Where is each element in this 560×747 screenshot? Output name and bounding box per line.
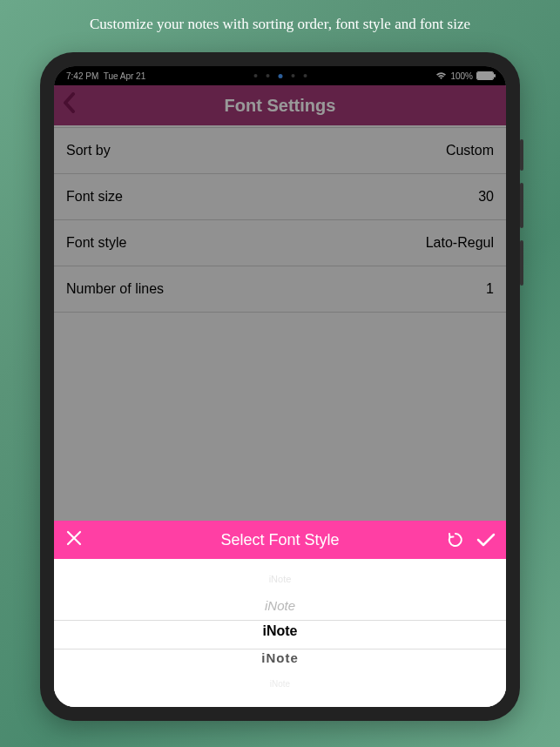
check-icon: [476, 532, 496, 548]
confirm-button[interactable]: [476, 532, 496, 548]
device-frame: 7:42 PM Tue Apr 21 100% Font Settings So…: [40, 52, 520, 721]
status-time-date: 7:42 PM Tue Apr 21: [66, 71, 145, 81]
battery-icon: [476, 71, 494, 80]
setting-row-sort-by[interactable]: Sort by Custom: [54, 127, 506, 174]
setting-value: 1: [486, 281, 494, 297]
reset-button[interactable]: [447, 531, 464, 548]
app-header: Font Settings: [54, 85, 506, 125]
picker-option[interactable]: iNote: [54, 592, 506, 618]
picker-option[interactable]: iNote: [54, 566, 506, 592]
reset-icon: [447, 531, 464, 548]
setting-label: Sort by: [66, 143, 111, 158]
setting-row-number-of-lines[interactable]: Number of lines 1: [54, 266, 506, 313]
setting-row-font-size[interactable]: Font size 30: [54, 174, 506, 220]
picker-option[interactable]: iNote: [54, 644, 506, 670]
setting-row-font-style[interactable]: Font style Lato-Regul: [54, 220, 506, 266]
back-button[interactable]: [63, 91, 77, 119]
setting-label: Font style: [66, 235, 126, 251]
status-bar: 7:42 PM Tue Apr 21 100%: [54, 66, 506, 85]
close-icon: [66, 530, 82, 546]
setting-value: 30: [478, 189, 494, 205]
font-style-picker: Select Font Style iNote iNote iNote iNot…: [54, 521, 506, 707]
wifi-icon: [435, 71, 447, 80]
picker-option[interactable]: iNote: [54, 670, 506, 697]
setting-label: Font size: [66, 189, 123, 205]
settings-list: Sort by Custom Font size 30 Font style L…: [54, 125, 506, 313]
picker-header: Select Font Style: [54, 521, 506, 559]
promo-caption: Customize your notes with sorting order,…: [0, 0, 560, 45]
page-title: Font Settings: [225, 96, 336, 116]
setting-value: Lato-Regul: [426, 235, 494, 251]
chevron-left-icon: [63, 92, 77, 113]
status-right: 100%: [435, 71, 494, 81]
screen: 7:42 PM Tue Apr 21 100% Font Settings So…: [54, 66, 506, 707]
close-button[interactable]: [66, 528, 82, 551]
picker-title: Select Font Style: [220, 531, 339, 549]
picker-option-selected[interactable]: iNote: [54, 618, 506, 644]
setting-label: Number of lines: [66, 281, 164, 297]
setting-value: Custom: [446, 143, 494, 158]
picker-wheel[interactable]: iNote iNote iNote iNote iNote: [54, 559, 506, 707]
battery-percent: 100%: [450, 71, 473, 81]
